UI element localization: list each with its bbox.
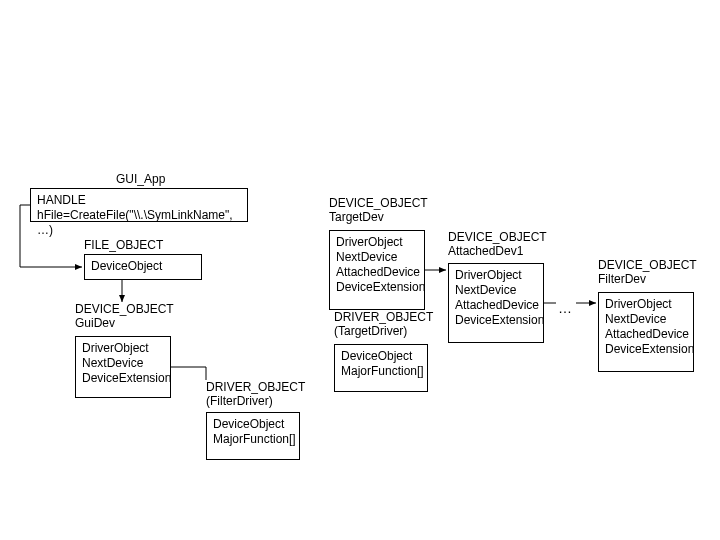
filter-dev-body: DriverObject NextDevice AttachedDevice D…: [605, 297, 694, 356]
gui-app-title: GUI_App: [116, 172, 165, 186]
filter-driver-body: DeviceObject MajorFunction[]: [213, 417, 296, 446]
gui-dev-box: DriverObject NextDevice DeviceExtension: [75, 336, 171, 398]
attached-dev1-body: DriverObject NextDevice AttachedDevice D…: [455, 268, 544, 327]
target-driver-body: DeviceObject MajorFunction[]: [341, 349, 424, 378]
gui-app-code: HANDLE hFile=CreateFile("\\.\SymLinkName…: [37, 193, 233, 237]
target-dev-body: DriverObject NextDevice AttachedDevice D…: [336, 235, 425, 294]
target-driver-box: DeviceObject MajorFunction[]: [334, 344, 428, 392]
filter-dev-title: DEVICE_OBJECT FilterDev: [598, 258, 697, 287]
attached-dev1-title: DEVICE_OBJECT AttachedDev1: [448, 230, 547, 259]
file-object-field: DeviceObject: [91, 259, 162, 273]
target-dev-title: DEVICE_OBJECT TargetDev: [329, 196, 428, 225]
target-driver-title: DRIVER_OBJECT (TargetDriver): [334, 310, 433, 339]
file-object-box: DeviceObject: [84, 254, 202, 280]
filter-dev-box: DriverObject NextDevice AttachedDevice D…: [598, 292, 694, 372]
target-dev-box: DriverObject NextDevice AttachedDevice D…: [329, 230, 425, 310]
attached-dev1-box: DriverObject NextDevice AttachedDevice D…: [448, 263, 544, 343]
gui-app-box: HANDLE hFile=CreateFile("\\.\SymLinkName…: [30, 188, 248, 222]
gui-dev-title: DEVICE_OBJECT GuiDev: [75, 302, 174, 331]
filter-driver-box: DeviceObject MajorFunction[]: [206, 412, 300, 460]
ellipsis: …: [558, 300, 572, 316]
file-object-title: FILE_OBJECT: [84, 238, 163, 252]
gui-dev-body: DriverObject NextDevice DeviceExtension: [82, 341, 171, 385]
filter-driver-title: DRIVER_OBJECT (FilterDriver): [206, 380, 305, 409]
